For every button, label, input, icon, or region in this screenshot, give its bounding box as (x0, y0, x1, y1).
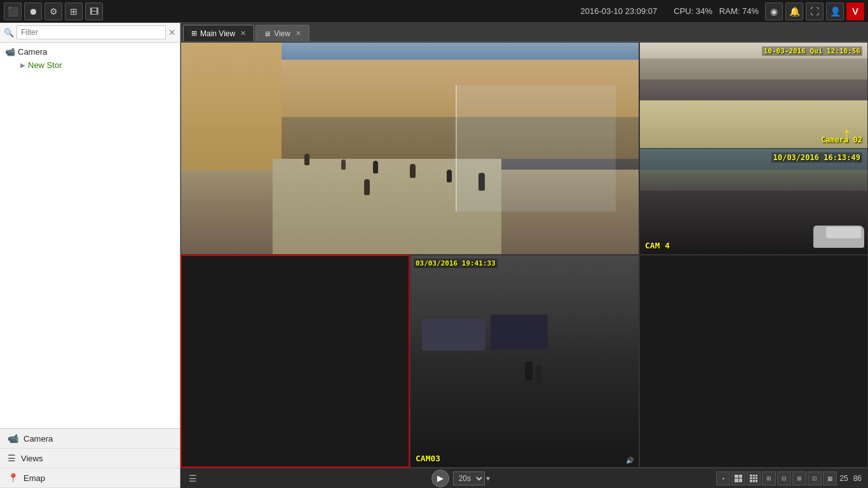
clear-filter-icon[interactable]: ✕ (168, 27, 176, 37)
camera-cell-cam2[interactable]: 10-03-2016 Qui 12:10:56 Camera 02 ↑ (640, 43, 867, 149)
film-icon[interactable]: 🎞 (85, 3, 103, 20)
cam6-label: CAM03 (416, 454, 440, 463)
camera-icon: 📹 (5, 47, 15, 57)
datetime-value: 2016-03-10 23:09:07 (581, 6, 658, 16)
grid-size-buttons: ▪ ⊞ ⊟ ⊠ ⊡ ▦ (716, 471, 837, 485)
list-view-icon[interactable]: ☰ (184, 470, 201, 487)
topbar-right-icons: ◉ 🔔 ⛶ 👤 V (765, 3, 868, 20)
cpu-stat: CPU: 34% RAM: 74% (667, 6, 765, 16)
settings-icon[interactable]: ⚙ (44, 3, 62, 20)
cam5-scene (182, 256, 409, 466)
sidebar-filter-bar: 🔍 ✕ (0, 23, 180, 43)
duration-select[interactable]: 20s 5s 10s 30s 1m (453, 471, 485, 485)
tree-child-label: New Stor (28, 60, 62, 70)
user-icon[interactable]: 👤 (826, 3, 844, 20)
tab-view-label: View (274, 29, 290, 38)
grid-6x6-btn[interactable]: ⊠ (792, 471, 806, 485)
camera-tab-label: Camera (24, 434, 53, 444)
sidebar: 🔍 ✕ 📹 Camera ▶ New Stor 📹 Camera ☰ Views (0, 23, 180, 488)
tab-main-view-close[interactable]: ✕ (240, 29, 246, 37)
camera-cell-main[interactable] (180, 42, 639, 255)
play-button[interactable]: ▶ (431, 470, 449, 487)
tree-root-camera[interactable]: 📹 Camera (0, 45, 180, 58)
search-icon: 🔍 (4, 28, 14, 37)
camera-grid: 10-03-2016 Qui 12:10:56 Camera 02 ↑ 10/0… (180, 42, 868, 468)
filter-input[interactable] (17, 25, 166, 39)
views-tab-icon: ☰ (8, 453, 16, 463)
bottom-toolbar: ☰ ▶ 20s 5s 10s 30s 1m ▾ ▪ (180, 468, 868, 488)
display-num1: 25 (837, 474, 850, 483)
tree-root-label: Camera (18, 47, 47, 57)
cam4-label: CAM 4 (645, 241, 670, 250)
play-icon: ▶ (437, 473, 444, 483)
tab-main-view-label: Main View (200, 29, 235, 38)
layout-icon[interactable]: ⬛ (4, 3, 22, 20)
emap-tab-icon: 📍 (8, 473, 18, 483)
record-icon[interactable]: ⏺ (24, 3, 42, 20)
duration-dropdown-arrow: ▾ (486, 474, 490, 483)
camera-cell-cam4[interactable]: 10/03/2016 16:13:49 CAM 4 (640, 149, 867, 254)
grid-4x4-btn[interactable]: ⊞ (762, 471, 776, 485)
topbar-left-icons: ⬛ ⏺ ⚙ ⊞ 🎞 (0, 3, 107, 20)
cam6-timestamp: 03/03/2016 19:41:33 (414, 259, 498, 268)
tree-child-newstor[interactable]: ▶ New Stor (0, 58, 180, 72)
sidebar-bottom-tabs: 📹 Camera ☰ Views 📍 Emap (0, 428, 180, 488)
tab-main-view[interactable]: ⊞ Main View ✕ (183, 25, 254, 41)
grid-8x8-btn[interactable]: ▦ (823, 471, 837, 485)
camera-cell-bottom-right[interactable] (639, 255, 868, 468)
tab-bar: ⊞ Main View ✕ 🖥 View ✕ (180, 23, 868, 42)
cpu-label: CPU: (674, 6, 693, 16)
grid-icon[interactable]: ⊞ (65, 3, 83, 20)
sidebar-tab-emap[interactable]: 📍 Emap (0, 468, 180, 488)
cam2-timestamp: 10-03-2016 Qui 12:10:56 (762, 46, 862, 56)
sidebar-tab-views[interactable]: ☰ Views (0, 449, 180, 468)
ram-value: 74% (742, 6, 759, 16)
emap-tab-label: Emap (24, 473, 45, 483)
tab-view[interactable]: 🖥 View ✕ (255, 25, 309, 41)
monitor-tab-icon: 🖥 (264, 30, 271, 37)
cam6-scene (410, 255, 639, 467)
grid-7x7-btn[interactable]: ⊡ (808, 471, 822, 485)
camera-cell-bottom-left[interactable] (180, 255, 410, 468)
datetime-display: 2016-03-10 23:09:07 (571, 6, 668, 16)
expand-arrow-icon: ▶ (20, 62, 25, 69)
cam-main-scene (181, 43, 639, 254)
right-cameras-panel: 10-03-2016 Qui 12:10:56 Camera 02 ↑ 10/0… (639, 42, 868, 255)
grid-5x5-btn[interactable]: ⊟ (777, 471, 791, 485)
v-button[interactable]: V (846, 3, 864, 20)
camera-cell-cam6[interactable]: 03/03/2016 19:41:33 CAM03 🔊 (410, 255, 639, 468)
cam7-scene (640, 255, 867, 467)
grid-3x3-btn[interactable] (747, 471, 761, 485)
sidebar-tab-camera[interactable]: 📹 Camera (0, 429, 180, 449)
ram-label: RAM: (719, 6, 740, 16)
content-area: ⊞ Main View ✕ 🖥 View ✕ (180, 23, 868, 488)
camera-tab-icon: 📹 (8, 433, 18, 444)
display-num2: 86 (851, 474, 864, 483)
main-layout: 🔍 ✕ 📹 Camera ▶ New Stor 📹 Camera ☰ Views (0, 23, 868, 488)
bell-icon[interactable]: 🔔 (785, 3, 803, 20)
views-tab-label: Views (21, 454, 43, 463)
cam6-icon: 🔊 (626, 457, 634, 464)
grid-2x2-btn[interactable] (731, 471, 745, 485)
fullscreen-icon[interactable]: ⛶ (806, 3, 824, 20)
cpu-value: 34% (696, 6, 712, 16)
cam3-timestamp: 10/03/2016 16:13:49 (771, 152, 862, 163)
tab-view-close[interactable]: ✕ (295, 29, 301, 37)
circle-icon[interactable]: ◉ (765, 3, 783, 20)
grid-tab-icon: ⊞ (191, 29, 197, 37)
top-bar: ⬛ ⏺ ⚙ ⊞ 🎞 2016-03-10 23:09:07 CPU: 34% R… (0, 0, 868, 23)
grid-1x1-btn[interactable]: ▪ (716, 471, 730, 485)
sidebar-tree: 📹 Camera ▶ New Stor (0, 43, 180, 428)
